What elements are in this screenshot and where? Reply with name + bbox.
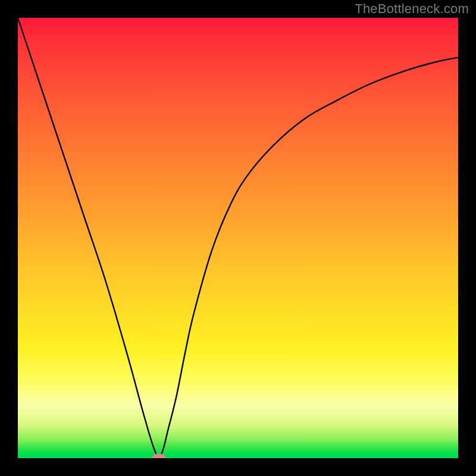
curve-path (18, 18, 458, 458)
plot-area (18, 18, 458, 458)
attribution-label: TheBottleneck.com (355, 1, 469, 17)
bottleneck-curve (18, 18, 458, 458)
optimal-point-marker (152, 454, 165, 459)
chart-container: TheBottleneck.com (0, 0, 476, 476)
